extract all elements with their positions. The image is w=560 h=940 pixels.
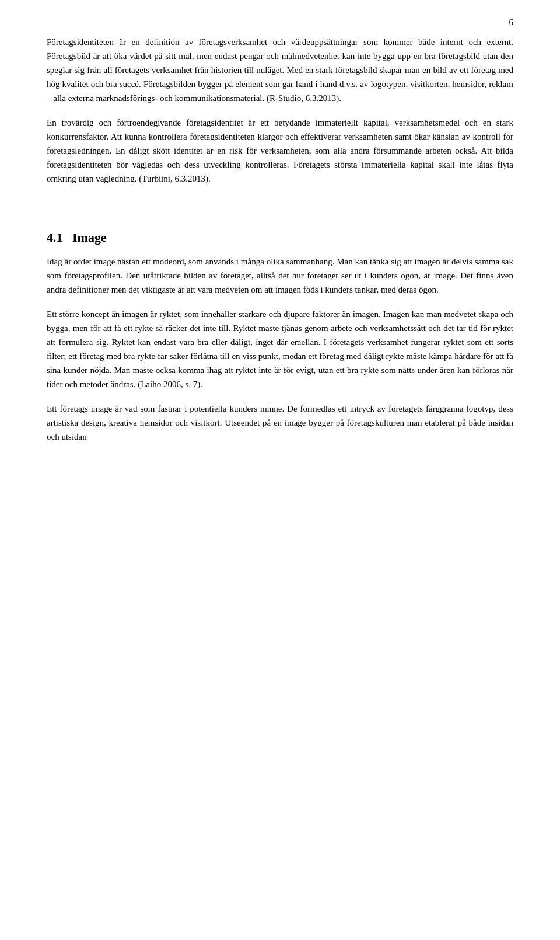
section-paragraph-1: Idag är ordet image nästan ett modeord, …	[47, 255, 513, 297]
section-heading-4-1: 4.1 Image	[47, 230, 513, 245]
paragraph-1: Företagsidentiteten är en definition av …	[47, 35, 513, 105]
section-paragraph-2: Ett större koncept än imagen är ryktet, …	[47, 307, 513, 391]
page: 6 Företagsidentiteten är en definition a…	[0, 0, 560, 940]
main-content: Företagsidentiteten är en definition av …	[47, 35, 513, 444]
section-title: Image	[72, 230, 107, 245]
section-paragraph-3: Ett företags image är vad som fastnar i …	[47, 402, 513, 444]
page-number: 6	[509, 18, 514, 27]
paragraph-2: En trovärdig och förtroendegivande föret…	[47, 116, 513, 186]
spacer	[47, 196, 513, 207]
section-number: 4.1	[47, 230, 63, 245]
